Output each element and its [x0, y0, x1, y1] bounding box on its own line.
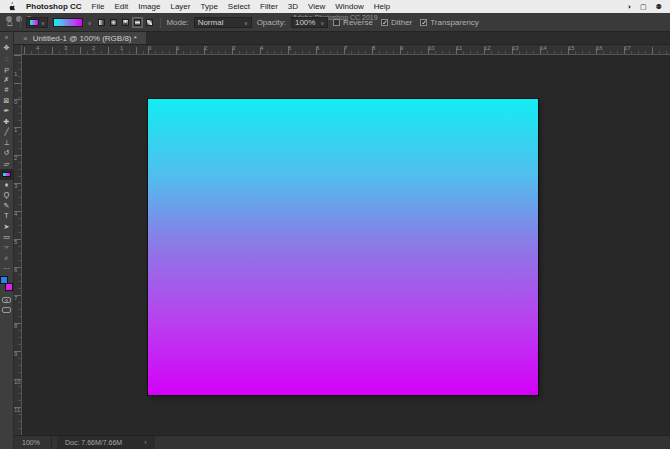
tab-title: Untitled-1 @ 100% (RGB/8) * — [33, 34, 137, 43]
opacity-label: Opacity: — [257, 18, 286, 27]
doc-size-field[interactable]: Doc: 7.66M/7.66M › — [57, 436, 155, 449]
ruler-top-label: 3 — [64, 45, 67, 52]
ruler-top-label: 5 — [288, 45, 291, 52]
crop-tool[interactable]: # — [0, 85, 14, 96]
shape-tool[interactable]: ▭ — [0, 232, 14, 243]
gradient-tool[interactable] — [0, 169, 14, 180]
gradient-type-linear-button[interactable] — [96, 17, 107, 28]
gradient-type-radial-button[interactable] — [108, 17, 119, 28]
frame-tool[interactable]: ⊠ — [0, 96, 14, 107]
menu-item-view[interactable]: View — [303, 2, 330, 11]
mode-dropdown[interactable]: Normal ∨ — [194, 17, 252, 28]
status-bar: 100% Doc: 7.66M/7.66M › — [14, 435, 670, 449]
menu-item-file[interactable]: File — [87, 2, 110, 11]
menu-item-filter[interactable]: Filter — [255, 2, 283, 11]
path-selection-tool[interactable]: ➤ — [0, 222, 14, 233]
menubar-status-area: ◑▢⚉ — [627, 3, 662, 11]
reverse-checkbox[interactable] — [333, 19, 340, 26]
foreground-color-swatch[interactable] — [0, 276, 8, 284]
transparency-checkbox[interactable]: ✓ — [420, 19, 427, 26]
status-expand-icon[interactable]: › — [144, 439, 146, 446]
ruler-left-label: 1 — [14, 127, 17, 133]
gradient-type-reflected-button[interactable] — [132, 17, 143, 28]
gradient-type-diamond-button[interactable] — [144, 17, 155, 28]
opacity-value: 100% — [295, 18, 315, 27]
background-color-swatch[interactable] — [5, 283, 13, 291]
mode-value: Normal — [198, 18, 239, 27]
ruler-left-label: 10 — [14, 379, 21, 385]
ruler-left-label: 9 — [14, 351, 17, 357]
angle-gradient-icon — [122, 19, 129, 26]
blur-tool[interactable]: ♦ — [0, 180, 14, 191]
hand-tool[interactable]: ☞ — [0, 243, 14, 254]
ruler-top-label: 2 — [204, 45, 207, 52]
menu-item-edit[interactable]: Edit — [109, 2, 133, 11]
tab-close-icon[interactable]: × — [23, 34, 28, 43]
ruler-left-label: 8 — [14, 323, 17, 329]
menubar-status-icon-1[interactable]: ◑ — [627, 3, 631, 10]
home-icon[interactable]: ⌂ — [5, 18, 15, 28]
healing-brush-tool[interactable]: ✚ — [0, 117, 14, 128]
zoom-level-field[interactable]: 100% — [22, 439, 46, 446]
quick-mask-button[interactable] — [2, 297, 11, 303]
menu-item-window[interactable]: Window — [330, 2, 368, 11]
move-tool[interactable]: ✥ — [0, 43, 14, 54]
ruler-top-label: 10 — [428, 45, 435, 52]
transparency-label: Transparency — [430, 18, 479, 27]
menu-app-name[interactable]: Photoshop CC — [21, 2, 87, 11]
toolbar-collapse-icon[interactable]: » — [5, 32, 9, 43]
menu-item-select[interactable]: Select — [223, 2, 255, 11]
apple-icon[interactable] — [8, 2, 17, 12]
ruler-top-label: 1 — [120, 45, 123, 52]
menu-item-image[interactable]: Image — [133, 2, 165, 11]
menu-item-help[interactable]: Help — [369, 2, 395, 11]
document-tab[interactable]: × Untitled-1 @ 100% (RGB/8) * — [14, 32, 146, 44]
ruler-horizontal[interactable]: 432101234567891011121314151617 — [14, 45, 670, 55]
checkbox-reverse[interactable]: Reverse — [333, 18, 373, 27]
ruler-top-label: 14 — [540, 45, 547, 52]
pen-tool[interactable]: ✎ — [0, 201, 14, 212]
dither-checkbox[interactable]: ✓ — [381, 19, 388, 26]
ruler-corner[interactable] — [14, 45, 22, 55]
document-canvas[interactable] — [148, 99, 538, 395]
history-brush-tool[interactable]: ↺ — [0, 148, 14, 159]
gradient-type-angle-button[interactable] — [120, 17, 131, 28]
screen-mode-button[interactable] — [2, 307, 11, 313]
menu-item-layer[interactable]: Layer — [165, 2, 195, 11]
gradient-editor-preview[interactable] — [53, 18, 83, 27]
eraser-tool[interactable]: ▱ — [0, 159, 14, 170]
type-tool[interactable]: T — [0, 211, 14, 222]
eyedropper-tool[interactable]: ✒ — [0, 106, 14, 117]
ruler-left-label: 1 — [14, 71, 17, 77]
menubar-status-icon-3[interactable]: ⚉ — [656, 3, 662, 11]
chevron-down-icon: ∨ — [244, 20, 248, 26]
marquee-tool[interactable]: ◌ — [0, 54, 14, 65]
opacity-dropdown[interactable]: 100% ∨ — [291, 17, 328, 28]
diamond-gradient-icon — [146, 19, 153, 26]
tool-preset-gradient-icon — [29, 19, 39, 26]
menu-items: FileEditImageLayerTypeSelectFilter3DView… — [87, 2, 396, 11]
checkbox-transparency[interactable]: ✓Transparency — [420, 18, 479, 27]
reverse-label: Reverse — [343, 18, 373, 27]
clone-stamp-tool[interactable]: ⊥ — [0, 138, 14, 149]
zoom-tool[interactable]: ⌕ — [0, 253, 14, 264]
checkbox-dither[interactable]: ✓Dither — [381, 18, 412, 27]
gradient-picker-chevron-icon[interactable]: ∨ — [88, 20, 92, 26]
tool-preset-picker[interactable]: ∨ — [26, 17, 48, 28]
separator — [160, 18, 161, 28]
doc-size-value: Doc: 7.66M/7.66M — [65, 439, 122, 446]
menu-item-type[interactable]: Type — [195, 2, 222, 11]
checkbox-row: Reverse✓Dither✓Transparency — [333, 18, 479, 27]
ruler-top-label: 0 — [148, 45, 151, 52]
lasso-tool[interactable]: ℘ — [0, 64, 14, 75]
brush-tool[interactable]: ╱ — [0, 127, 14, 138]
ruler-vertical[interactable]: 101234567891011 — [14, 55, 22, 435]
menubar-display-icon[interactable]: ▢ — [640, 3, 647, 11]
menu-item-3d[interactable]: 3D — [283, 2, 303, 11]
toolbar-ellipsis[interactable]: ⋯ — [0, 264, 14, 275]
pasteboard — [22, 55, 670, 435]
quick-selection-tool[interactable]: ✗ — [0, 75, 14, 86]
ruler-top-label: 1 — [176, 45, 179, 52]
dodge-tool[interactable]: Ϙ — [0, 190, 14, 201]
photoshop-screen: Photoshop CC FileEditImageLayerTypeSelec… — [0, 0, 670, 449]
